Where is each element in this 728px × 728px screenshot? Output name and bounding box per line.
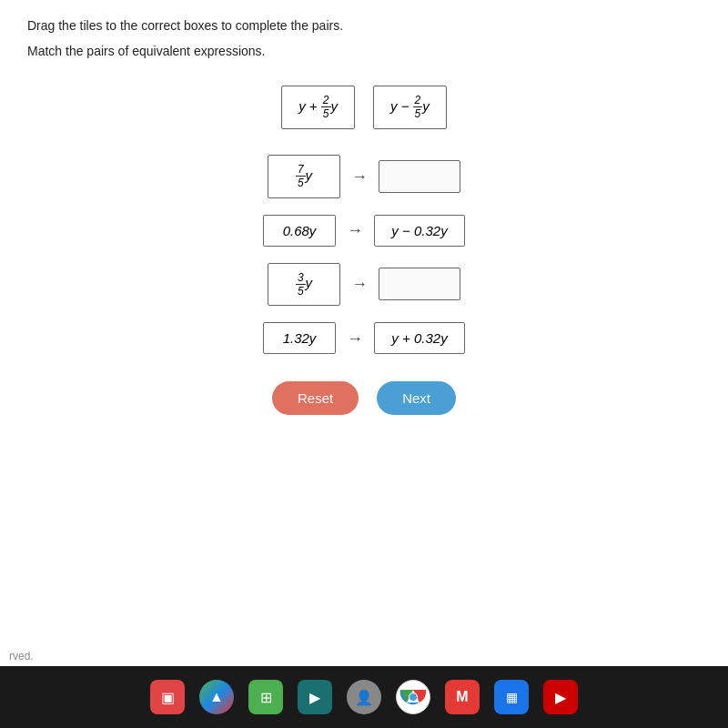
- pair-left-3: 35y: [268, 263, 340, 307]
- arrow-3: →: [351, 276, 368, 292]
- arrow-2: →: [347, 222, 363, 238]
- main-content: Drag the tiles to the correct boxes to c…: [0, 0, 728, 646]
- chrome-icon[interactable]: [396, 680, 430, 714]
- user-icon[interactable]: 👤: [347, 680, 381, 714]
- pair-row-1: 75y →: [268, 155, 460, 198]
- instruction-line2: Match the pairs of equivalent expression…: [27, 44, 701, 58]
- pair-right-4: y + 0.32y: [374, 322, 465, 354]
- reset-button[interactable]: Reset: [272, 381, 359, 415]
- youtube-icon[interactable]: ▶: [543, 680, 578, 714]
- instruction-line1: Drag the tiles to the correct boxes to c…: [27, 18, 701, 33]
- pairs-area: 75y → 0.68y → y − 0.32y 35y →: [263, 155, 465, 355]
- pair-right-2: y − 0.32y: [374, 215, 465, 247]
- calendar-icon[interactable]: ▦: [494, 680, 529, 714]
- pair-row-3: 35y →: [268, 263, 460, 307]
- copyright-text: rved.: [0, 646, 728, 666]
- button-row: Reset Next: [272, 381, 456, 415]
- exercise-area: y + 25y y − 25y 75y → 0.68y →: [27, 86, 701, 415]
- files-icon[interactable]: ▣: [150, 680, 185, 714]
- tile-y-plus-2over5y[interactable]: y + 25y: [281, 86, 355, 129]
- pair-right-1-dropzone[interactable]: [379, 160, 460, 193]
- gmail-icon[interactable]: M: [445, 680, 480, 714]
- pair-row-4: 1.32y → y + 0.32y: [263, 322, 465, 354]
- svg-point-2: [410, 693, 417, 701]
- taskbar: ▣ ▲ ⊞ ▶ 👤 M ▦ ▶: [0, 666, 728, 728]
- drive-icon[interactable]: ▲: [199, 680, 234, 714]
- sheets-icon[interactable]: ⊞: [248, 680, 283, 714]
- next-button[interactable]: Next: [377, 381, 456, 415]
- pair-left-4: 1.32y: [263, 322, 336, 354]
- pair-row-2: 0.68y → y − 0.32y: [263, 215, 465, 247]
- tile-y-minus-2over5y[interactable]: y − 25y: [373, 86, 447, 129]
- pair-left-1: 75y: [268, 155, 340, 198]
- arrow-4: →: [347, 330, 363, 347]
- tiles-row: y + 25y y − 25y: [281, 86, 447, 129]
- pair-left-2: 0.68y: [263, 215, 336, 247]
- pair-right-3-dropzone[interactable]: [379, 268, 460, 300]
- meet-icon[interactable]: ▶: [298, 680, 332, 714]
- arrow-1: →: [351, 168, 368, 185]
